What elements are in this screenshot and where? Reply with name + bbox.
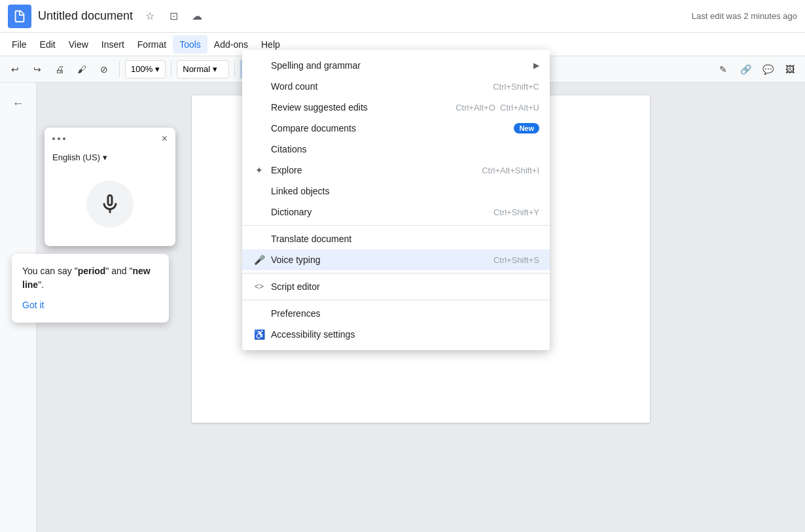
voice-mic-area [45,168,175,241]
menu-item-tools[interactable]: Tools [173,35,207,54]
menu-item-view[interactable]: View [62,35,95,54]
tools-dictionary-label: Dictionary [271,207,493,217]
doc-icon [8,5,31,28]
dot3 [63,137,65,140]
print-button[interactable]: 🖨 [50,60,69,79]
voice-tooltip: You can say "period" and "new line". Got… [12,254,169,323]
scripteditor-icon: <> [253,282,266,291]
got-it-button[interactable]: Got it [22,298,158,312]
compare-new-badge: New [514,123,539,133]
paintformat-button[interactable]: 🖌 [72,60,92,79]
tools-explore-item[interactable]: ✦ Explore Ctrl+Alt+Shift+I [242,160,550,181]
tools-translate-label: Translate document [271,234,539,244]
tools-scripteditor-item[interactable]: <> Script editor [242,276,550,297]
tools-preferences-item[interactable]: Preferences [242,303,550,324]
voice-panel: × English (US) ▾ [45,128,175,246]
tools-compare-label: Compare documents [271,123,509,133]
tools-citations-label: Citations [271,144,539,154]
tools-scripteditor-label: Script editor [271,281,539,292]
redo-button[interactable]: ↪ [27,60,47,79]
tools-citations-item[interactable]: Citations [242,139,550,160]
spelling-arrow-icon: ▶ [533,61,539,70]
undo-button[interactable]: ↩ [5,60,25,79]
link-button[interactable]: 🔗 [736,60,755,79]
dropdown-divider-3 [242,300,550,300]
toolbar-divider-1 [119,62,120,77]
dropdown-divider-2 [242,273,550,274]
tools-voicetyping-label: Voice typing [271,255,493,265]
tools-linked-label: Linked objects [271,186,539,196]
tooltip-text: You can say "period" and "new line". [22,266,151,290]
tools-dropdown: Spelling and grammar ▶ Word count Ctrl+S… [242,50,550,350]
cloud-status-icon[interactable]: ☁ [188,7,206,26]
menu-item-edit[interactable]: Edit [33,35,62,54]
toolbar-divider-2 [171,62,171,77]
tools-translate-item[interactable]: Translate document [242,228,550,249]
tools-compare-item[interactable]: Compare documents New [242,118,550,139]
title-icons: ☆ ⊡ ☁ [141,7,206,26]
image-button[interactable]: 🖼 [780,60,800,79]
voice-language-label: English (US) [52,152,100,162]
tools-explore-label: Explore [271,165,482,175]
tools-linked-item[interactable]: Linked objects [242,181,550,202]
toolbar-divider-3 [234,62,235,77]
wordcount-shortcut: Ctrl+Shift+C [493,82,539,92]
style-selector[interactable]: Normal ▾ [177,60,229,79]
tools-spelling-item[interactable]: Spelling and grammar ▶ [242,55,550,76]
save-to-drive-icon[interactable]: ⊡ [164,7,183,26]
tools-dictionary-item[interactable]: Dictionary Ctrl+Shift+Y [242,202,550,222]
tools-wordcount-label: Word count [271,81,493,92]
voice-panel-close-button[interactable]: × [162,133,168,145]
doc-title: Untitled document [38,9,133,23]
explore-shortcut: Ctrl+Alt+Shift+I [482,166,539,175]
review-shortcut: Ctrl+Alt+O Ctrl+Alt+U [456,103,539,113]
sidebar-back-button[interactable]: ← [5,90,31,116]
style-value: Normal [183,64,210,74]
zoom-value: 100% [131,64,152,74]
tools-accessibility-item[interactable]: ♿ Accessibility settings [242,324,550,345]
zoom-selector[interactable]: 100% ▾ [125,60,166,79]
voice-panel-header: × [45,128,175,150]
voice-panel-more-button[interactable] [52,137,65,140]
comment-button[interactable]: 💬 [758,60,778,79]
dropdown-divider-1 [242,225,550,226]
tools-preferences-label: Preferences [271,308,539,319]
dot1 [52,137,55,140]
menu-item-file[interactable]: File [5,35,33,54]
voicetyping-icon: 🎤 [253,255,266,265]
title-bar: Untitled document ☆ ⊡ ☁ Last edit was 2 … [0,0,805,33]
tools-review-item[interactable]: Review suggested edits Ctrl+Alt+O Ctrl+A… [242,97,550,118]
tools-review-label: Review suggested edits [271,102,456,113]
tools-voicetyping-item[interactable]: 🎤 Voice typing Ctrl+Shift+S [242,249,550,270]
zoom-arrow-icon: ▾ [155,64,160,74]
star-icon[interactable]: ☆ [141,7,159,26]
tools-accessibility-label: Accessibility settings [271,329,539,340]
dot2 [58,137,60,140]
style-arrow-icon: ▾ [213,64,217,74]
menu-item-format[interactable]: Format [131,35,173,54]
explore-icon: ✦ [253,165,266,175]
accessibility-icon: ♿ [253,329,266,340]
toolbar-right: ✎ 🔗 💬 🖼 [713,60,800,79]
voice-language-arrow-icon: ▾ [103,152,107,162]
voice-language-selector[interactable]: English (US) ▾ [45,150,175,168]
voice-panel-footer [45,241,175,246]
dictionary-shortcut: Ctrl+Shift+Y [493,207,539,217]
last-edit-status: Last edit was 2 minutes ago [692,11,797,21]
voicetyping-shortcut: Ctrl+Shift+S [493,255,539,265]
voice-mic-button[interactable] [86,181,134,228]
tools-wordcount-item[interactable]: Word count Ctrl+Shift+C [242,76,550,97]
menu-item-insert[interactable]: Insert [95,35,131,54]
paintformat2-button[interactable]: ⊘ [94,60,114,79]
highlight-button[interactable]: ✎ [713,60,733,79]
tools-spelling-label: Spelling and grammar [271,60,528,71]
